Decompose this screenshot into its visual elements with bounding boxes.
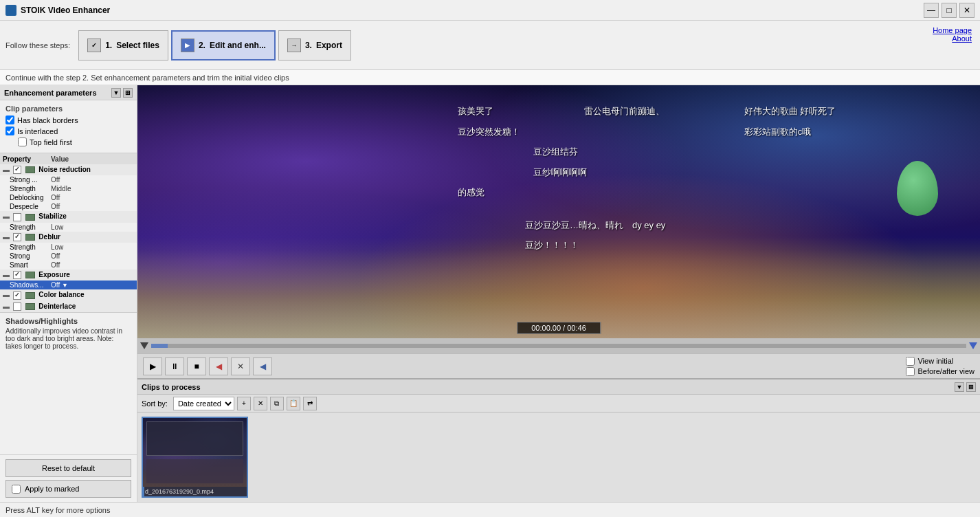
stabilize-checkbox[interactable] <box>13 213 21 221</box>
left-panel: Enhancement parameters ▼ ⊞ Clip paramete… <box>0 85 137 502</box>
property-col-header: Property <box>0 154 48 164</box>
deinterlace-label: Deinterlace <box>38 302 76 310</box>
exposure-icon <box>25 272 35 278</box>
clips-paste-btn[interactable]: 📋 <box>287 397 300 410</box>
is-interlaced-checkbox[interactable] <box>5 126 14 135</box>
status-text: Press ALT key for more options <box>5 506 110 514</box>
mark-in-button[interactable]: ◀ <box>209 358 228 375</box>
color-balance-label: Color balance <box>38 291 84 298</box>
has-black-borders-checkbox[interactable] <box>5 116 14 124</box>
top-field-first-checkbox[interactable] <box>18 138 27 146</box>
play-button[interactable]: ▶ <box>143 358 162 375</box>
clips-move-btn[interactable]: ⇄ <box>303 397 317 410</box>
noise-expand-icon[interactable]: ▬ <box>3 166 10 173</box>
step3-icon: → <box>287 38 301 52</box>
step1-icon: ✓ <box>87 38 101 52</box>
chinese-text-5: 彩彩站副歌的c哦 <box>744 126 812 138</box>
exposure-checkbox[interactable] <box>13 271 21 279</box>
deinterlace-checkbox[interactable] <box>13 302 21 311</box>
pause-button[interactable]: ⏸ <box>165 358 184 375</box>
view-initial-label: View initial <box>917 357 953 365</box>
is-interlaced-label: Is interlaced <box>17 127 58 135</box>
clips-add-btn[interactable]: + <box>237 397 251 410</box>
step3-button[interactable]: → 3. Export <box>278 30 351 60</box>
view-options: View initial Before/after view <box>906 357 975 376</box>
step3-num: 3. <box>305 41 312 50</box>
before-after-checkbox[interactable] <box>906 367 915 376</box>
step2-label: Edit and enh... <box>210 41 266 50</box>
has-black-borders-row: Has black borders <box>5 116 131 124</box>
deinterlace-icon <box>25 303 35 310</box>
view-initial-checkbox[interactable] <box>906 357 915 366</box>
stabilize-expand-icon[interactable]: ▬ <box>3 212 10 220</box>
clips-toolbar: Sort by: Date created Name Duration + ✕ … <box>137 395 980 412</box>
clips-collapse-btn[interactable]: ▼ <box>955 382 964 392</box>
noise-reduction-checkbox[interactable] <box>13 166 21 174</box>
color-balance-expand-icon[interactable]: ▬ <box>3 291 10 298</box>
table-row: Deblocking Off <box>0 193 137 202</box>
deinterlace-expand-icon[interactable]: ▬ <box>3 302 10 310</box>
chinese-text-8: 的感觉 <box>458 186 485 199</box>
apply-marked-checkbox[interactable] <box>12 485 21 494</box>
timeline-area[interactable] <box>137 338 980 353</box>
clips-copy-btn[interactable]: ⧉ <box>270 397 284 410</box>
right-panel: 孩美哭了 雷公电母门前蹦迪、 好伟大的歌曲 好听死了 豆沙突然发糖！ 彩彩站副歌… <box>137 85 980 502</box>
go-to-button[interactable]: ◀ <box>253 358 272 375</box>
clips-panel: Clips to process ▼ ⊞ Sort by: Date creat… <box>137 378 980 502</box>
has-black-borders-label: Has black borders <box>17 116 78 124</box>
properties-scroll: Property Value ▬ Noise reduction <box>0 153 137 312</box>
step1-button[interactable]: ✓ 1. Select files <box>78 30 168 60</box>
chinese-text-9: 豆沙豆沙豆…晴ね、晴れ dy ey ey <box>525 219 665 232</box>
timeline-start-marker[interactable] <box>140 342 148 349</box>
clip-image <box>143 418 247 487</box>
description-box: Shadows/Highlights Additionally improves… <box>0 312 137 454</box>
video-area: 孩美哭了 雷公电母门前蹦迪、 好伟大的歌曲 好听死了 豆沙突然发糖！ 彩彩站副歌… <box>137 85 980 338</box>
deblur-checkbox[interactable] <box>13 233 21 241</box>
clip-thumbnail[interactable]: d_201676319290_0.mp4 <box>142 417 248 498</box>
timeline-bar[interactable] <box>151 344 966 348</box>
step1-num: 1. <box>105 41 112 50</box>
panel-header: Enhancement parameters ▼ ⊞ <box>0 85 137 100</box>
color-balance-checkbox[interactable] <box>13 292 21 300</box>
description-title: Shadows/Highlights <box>5 317 131 325</box>
step2-button[interactable]: ▶ 2. Edit and enh... <box>171 30 276 60</box>
clips-header-controls: ▼ ⊞ <box>955 382 976 392</box>
clips-pin-btn[interactable]: ⊞ <box>966 382 976 392</box>
stabilize-section: ▬ Stabilize <box>0 211 137 222</box>
shadows-row[interactable]: Shadows... Off ▼ <box>0 280 137 289</box>
minimize-button[interactable]: — <box>924 3 939 18</box>
table-row: Smart Off <box>0 261 137 270</box>
playback-controls: ▶ ⏸ ■ ◀ ✕ ◀ <box>143 358 272 375</box>
clips-delete-btn[interactable]: ✕ <box>254 397 267 410</box>
before-after-label: Before/after view <box>917 367 975 375</box>
stop-button[interactable]: ■ <box>187 358 206 375</box>
deinterlace-section: ▬ Deinterlace <box>0 301 137 312</box>
homepage-link[interactable]: Home page <box>933 26 972 34</box>
video-timestamp: 00:00.00 / 00:46 <box>517 322 601 334</box>
panel-pin-btn[interactable]: ⊞ <box>123 88 133 98</box>
description-text: Additionally improves video contrast in … <box>5 327 131 350</box>
deblur-label: Deblur <box>38 233 60 241</box>
apply-marked-row: Apply to marked <box>5 480 131 498</box>
mark-out-button[interactable]: ✕ <box>231 358 250 375</box>
apply-marked-label: Apply to marked <box>25 485 79 493</box>
table-row: Strong Off <box>0 252 137 261</box>
close-button[interactable]: ✕ <box>959 3 975 18</box>
sort-select[interactable]: Date created Name Duration <box>173 397 234 410</box>
deblur-expand-icon[interactable]: ▬ <box>3 233 10 241</box>
sort-label: Sort by: <box>142 399 168 408</box>
app-icon <box>5 5 16 16</box>
timeline-end-marker[interactable] <box>969 342 977 349</box>
reset-button[interactable]: Reset to default <box>5 459 131 477</box>
chinese-text-3: 好伟大的歌曲 好听死了 <box>744 105 836 118</box>
dropdown-arrow-icon: ▼ <box>62 282 67 289</box>
panel-header-controls: ▼ ⊞ <box>111 88 133 98</box>
about-link[interactable]: About <box>933 34 972 43</box>
instruction-text: Continue with the step 2. Set enhancemen… <box>5 74 289 82</box>
panel-collapse-btn[interactable]: ▼ <box>111 88 121 98</box>
clips-header: Clips to process ▼ ⊞ <box>137 380 980 395</box>
maximize-button[interactable]: □ <box>942 3 957 18</box>
exposure-expand-icon[interactable]: ▬ <box>3 271 10 278</box>
table-row: Strong ... Off <box>0 175 137 184</box>
view-initial-row: View initial <box>906 357 975 366</box>
